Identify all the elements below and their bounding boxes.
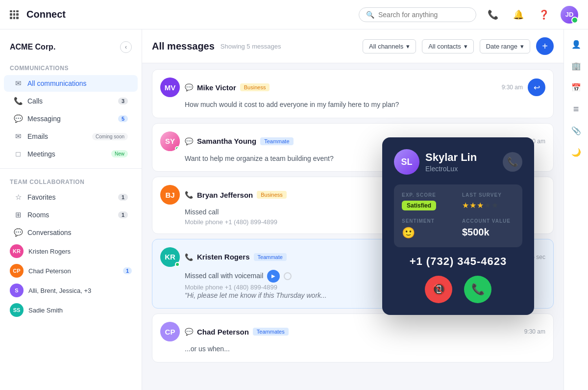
- sidebar-messaging-label: Messaging: [27, 115, 113, 123]
- msg-tag-kristen: Teammate: [254, 253, 287, 261]
- company-name: ACME Corp.: [10, 43, 55, 52]
- meetings-icon: □: [14, 150, 23, 158]
- grid-icon: [10, 10, 19, 19]
- search-input[interactable]: [378, 11, 469, 19]
- sidebar-calls-label: Calls: [27, 97, 113, 105]
- conv-name-chad: Chad Peterson: [28, 267, 118, 275]
- msg-name-kristen: Kristen Rogers: [197, 253, 250, 261]
- sidebar-item-conversations[interactable]: 💬 Conversations: [4, 224, 138, 241]
- msg-avatar-kristen: KR: [160, 247, 180, 267]
- all-comm-icon: ✉: [14, 79, 23, 88]
- right-icon-building[interactable]: 🏢: [567, 57, 585, 75]
- call-phone-top-icon[interactable]: 📞: [503, 152, 522, 172]
- messages-count: Showing 5 messages: [220, 43, 281, 50]
- conv-avatar-chad: CP: [10, 264, 24, 278]
- user-avatar[interactable]: JD: [561, 6, 578, 24]
- msg-text-kristen: Missed call with voicemail: [185, 271, 263, 281]
- conversations-icon: 💬: [14, 228, 23, 237]
- msg-tag-samantha: Teammate: [260, 137, 293, 145]
- reply-button-mike[interactable]: ↩: [528, 78, 545, 96]
- call-actions: 📵 📞: [394, 276, 522, 303]
- add-message-button[interactable]: +: [536, 37, 554, 55]
- msg-channel-icon-kristen: 📞: [185, 253, 193, 261]
- sidebar-meetings-label: Meetings: [27, 150, 106, 158]
- sidebar-item-meetings[interactable]: □ Meetings New: [4, 146, 138, 162]
- phone-nav-icon[interactable]: 📞: [484, 6, 502, 24]
- play-voicemail-button[interactable]: ▶: [267, 270, 280, 283]
- emails-icon: ✉: [14, 132, 23, 141]
- msg-avatar-mike: MV: [160, 78, 180, 97]
- conv-avatar-sadie: SS: [10, 303, 24, 317]
- sidebar-item-messaging[interactable]: 💬 Messaging 5: [4, 110, 138, 127]
- sentiment-label: SENTIMENT: [402, 218, 454, 224]
- msg-avatar-chad: CP: [160, 322, 180, 341]
- msg-name-row-chad: 💬 Chad Peterson Teammates 9:30 am: [185, 328, 545, 336]
- favorites-icon: ☆: [14, 193, 23, 202]
- contacts-filter-button[interactable]: All contacts ▾: [422, 39, 473, 53]
- contacts-filter-label: All contacts: [428, 43, 461, 50]
- calls-badge: 3: [118, 98, 128, 104]
- company-section: ACME Corp. ‹: [0, 37, 142, 61]
- sidebar-item-favorites[interactable]: ☆ Favorites 1: [4, 189, 138, 206]
- msg-text-mike: How much would it cost to add everyone i…: [185, 100, 545, 110]
- call-phone-number: +1 (732) 345-4623: [394, 255, 522, 268]
- conv-avatar-group: S: [10, 284, 24, 297]
- favorites-badge: 1: [118, 194, 128, 201]
- last-survey-section: LAST SURVEY ★★★★★: [462, 192, 514, 210]
- msg-header-chad: CP 💬 Chad Peterson Teammates 9:30 am: [160, 322, 545, 341]
- channels-filter-button[interactable]: All channels ▾: [363, 39, 416, 53]
- msg-name-samantha: Samantha Young: [197, 137, 256, 145]
- conv-avatar-kristen: KR: [10, 244, 24, 258]
- message-card-chad[interactable]: CP 💬 Chad Peterson Teammates 9:30 am ...…: [152, 313, 554, 363]
- exp-score-value: Satisfied: [402, 201, 436, 210]
- msg-time-mike: 9:30 am: [502, 84, 523, 91]
- call-contact-info: Skylar Lin ElectroLux: [425, 151, 477, 173]
- call-avatar: SL: [394, 149, 419, 175]
- msg-name-chad: Chad Peterson: [197, 328, 249, 336]
- msg-info-chad: 💬 Chad Peterson Teammates 9:30 am: [185, 328, 545, 336]
- conv-sadie[interactable]: SS Sadie Smith: [0, 300, 142, 320]
- conv-name-group: Alli, Brent, Jessica, +3: [28, 287, 132, 294]
- decline-call-button[interactable]: 📵: [425, 276, 452, 303]
- search-bar[interactable]: 🔍: [359, 7, 476, 22]
- msg-avatar-samantha: SY: [160, 131, 180, 151]
- sidebar-item-calls[interactable]: 📞 Calls 3: [4, 93, 138, 109]
- sidebar-item-all-communications[interactable]: ✉ All communications: [4, 75, 138, 92]
- app-logo: Connect: [26, 9, 66, 20]
- msg-time-chad: 9:30 am: [524, 328, 545, 335]
- search-icon: 🔍: [366, 11, 374, 19]
- accept-call-button[interactable]: 📞: [464, 276, 491, 303]
- date-chevron-icon: ▾: [520, 43, 524, 50]
- channels-filter-label: All channels: [369, 43, 403, 50]
- coming-soon-badge: Coming soon: [92, 133, 128, 140]
- content-area: All messages Showing 5 messages All chan…: [142, 29, 564, 390]
- right-icon-paperclip[interactable]: 📎: [567, 122, 585, 139]
- messages-header: All messages Showing 5 messages All chan…: [142, 29, 564, 63]
- conv-group[interactable]: S Alli, Brent, Jessica, +3: [0, 281, 142, 300]
- msg-tag-bryan: Business: [257, 191, 287, 199]
- sidebar-item-emails[interactable]: ✉ Emails Coming soon: [4, 128, 138, 145]
- msg-name-mike: Mike Victor: [197, 83, 236, 92]
- sidebar-item-rooms[interactable]: ⊞ Rooms 1: [4, 207, 138, 223]
- account-value-section: ACCOUNT VALUE $500k: [462, 218, 514, 239]
- right-icon-person[interactable]: 👤: [567, 35, 585, 53]
- right-icon-calendar[interactable]: 📅: [567, 78, 585, 96]
- date-filter-button[interactable]: Date range ▾: [480, 39, 530, 53]
- collapse-sidebar-button[interactable]: ‹: [120, 41, 132, 53]
- date-filter-label: Date range: [486, 43, 517, 50]
- rooms-icon: ⊞: [14, 210, 23, 219]
- contacts-chevron-icon: ▾: [464, 43, 467, 50]
- conv-kristen[interactable]: KR Kristen Rogers: [0, 241, 142, 261]
- rooms-badge: 1: [118, 211, 128, 218]
- right-icon-moon[interactable]: 🌙: [567, 143, 585, 161]
- conv-chad[interactable]: CP Chad Peterson 1: [0, 261, 142, 281]
- msg-header-mike: MV 💬 Mike Victor Business 9:30 am ↩: [160, 78, 545, 97]
- msg-tag-chad: Teammates: [253, 328, 289, 336]
- message-card-mike-victor[interactable]: MV 💬 Mike Victor Business 9:30 am ↩ How …: [152, 69, 554, 118]
- call-contact-name: Skylar Lin: [425, 151, 477, 164]
- bell-icon[interactable]: 🔔: [510, 6, 527, 24]
- help-icon[interactable]: ❓: [535, 6, 553, 24]
- right-icon-list[interactable]: ≡: [567, 100, 585, 118]
- sidebar-emails-label: Emails: [27, 132, 87, 140]
- new-badge: New: [111, 150, 128, 157]
